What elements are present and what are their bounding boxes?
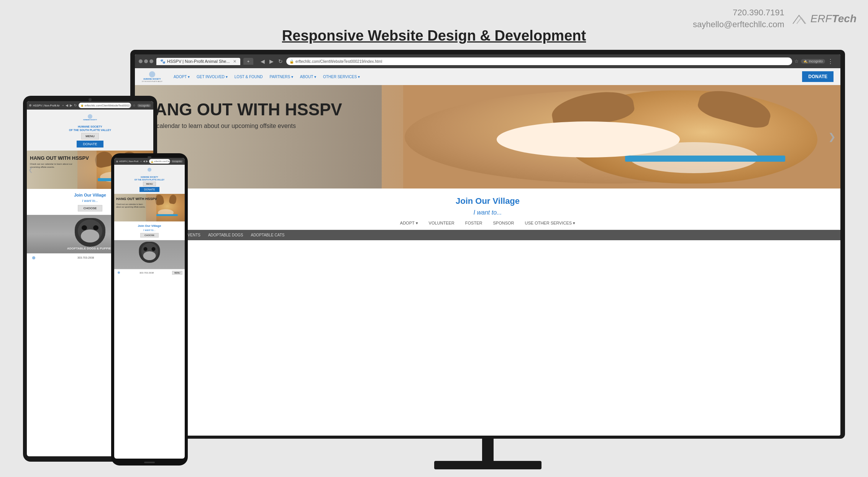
- lock-icon: 🔒: [151, 160, 153, 163]
- tablet-choose-button[interactable]: CHOOSE: [78, 205, 103, 211]
- browser-chrome: 🐾 HSSPV | Non-Profit Animal She... ✕ + ◀…: [135, 54, 840, 68]
- incognito-label: Incognito: [172, 160, 182, 162]
- phone-donate-button[interactable]: DONATE: [139, 187, 159, 192]
- phone-menu-button[interactable]: MENU: [143, 182, 156, 186]
- phone-footer-menu-button[interactable]: MENU: [172, 271, 182, 275]
- bookmark-icon[interactable]: ☆: [794, 59, 799, 64]
- incognito-label: Incognito: [809, 59, 823, 63]
- donate-button[interactable]: DONATE: [802, 71, 834, 82]
- nav-about[interactable]: ABOUT ▾: [297, 73, 319, 80]
- browser-tab-new[interactable]: +: [243, 58, 253, 65]
- phone-screen: HSSPV | Non-Profit Animal She... + ◀ ▶ 🔒…: [114, 158, 185, 459]
- lock-icon: 🔒: [80, 104, 84, 107]
- svg-text:OF THE SOUTH PLATTE VALLEY: OF THE SOUTH PLATTE VALLEY: [142, 81, 163, 82]
- tablet-tab-title: HSSPV | Non-Profit Animal She...: [33, 104, 60, 107]
- nav-get-involved[interactable]: GET INVOLVED ▾: [194, 73, 231, 80]
- window-controls: [139, 59, 153, 63]
- phone-hero: HANG OUT WITH HSSPV Check out our calend…: [114, 194, 185, 221]
- monitor-stand-neck: [482, 439, 494, 462]
- forward-button[interactable]: ▶: [268, 58, 275, 64]
- nav-lost-found[interactable]: LOST & FOUND: [231, 73, 266, 80]
- maximize-dot: [149, 59, 153, 63]
- page-title: Responsive Website Design & Development: [0, 28, 868, 44]
- nav-partners[interactable]: PARTNERS ▾: [267, 73, 296, 80]
- new-tab-plus[interactable]: +: [62, 104, 64, 107]
- tablet-address-bar[interactable]: 🔒 erftechllc.com/ClientWebsiteTest00021.…: [79, 103, 131, 108]
- tablet-site-logo: HUMANE SOCIETY HUMANE SOCIETY OF THE SOU…: [27, 110, 153, 151]
- svg-text:HUMANE SOCIETY: HUMANE SOCIETY: [143, 78, 161, 80]
- humane-society-logo: HUMANE SOCIETY OF THE SOUTH PLATTE VALLE…: [142, 70, 163, 84]
- phone-url: erftechllc.com/ClientWebsite...: [154, 160, 170, 162]
- incognito-icon: 🕵: [803, 59, 807, 63]
- back-button[interactable]: ◀: [259, 58, 266, 64]
- tablet-logo-icon: HUMANE SOCIETY: [83, 113, 97, 123]
- other-services-link[interactable]: USE OTHER SERVICES ▾: [525, 221, 575, 226]
- tablet-donate-button[interactable]: DONATE: [77, 141, 103, 148]
- tablet-menu-button[interactable]: MENU: [81, 133, 99, 139]
- site-logo: HUMANE SOCIETY OF THE SOUTH PLATTE VALLE…: [142, 70, 163, 84]
- brand-name: ERFTech: [811, 11, 857, 26]
- menu-dots-icon[interactable]: ⋮: [827, 58, 834, 65]
- phone-number: 720.390.7191: [693, 7, 784, 19]
- sponsor-link[interactable]: SPONSOR: [493, 221, 514, 226]
- phone-logo-name: HUMANE SOCIETY OF THE SOUTH PLATTE VALLE…: [116, 176, 183, 181]
- phone-tab-title: HSSPV | Non-Profit Animal She...: [119, 160, 138, 162]
- phone-dogs-section: [114, 240, 185, 269]
- close-dot: [139, 59, 143, 63]
- adopt-link[interactable]: ADOPT ▾: [400, 221, 418, 226]
- svg-point-6: [148, 168, 151, 172]
- tablet-hero-subtitle: Check out our calendar to learn about ou…: [30, 163, 80, 169]
- phone-hero-subtitle: Check out our calendar to learn about ou…: [116, 203, 147, 208]
- star-icon[interactable]: ☆: [133, 103, 136, 107]
- volunteer-link[interactable]: VOLUNTEER: [429, 221, 455, 226]
- phone-home-button[interactable]: [144, 462, 155, 463]
- iwant-text: I want to...: [135, 209, 840, 216]
- paw-icon: [31, 256, 37, 260]
- svg-point-5: [32, 256, 35, 259]
- phone-site-logo: HUMANE SOCIETY OF THE SOUTH PLATTE VALLE…: [114, 165, 185, 194]
- foster-link[interactable]: FOSTER: [465, 221, 482, 226]
- phone-choose-button[interactable]: CHOOSE: [140, 233, 159, 238]
- phone-address-bar[interactable]: 🔒 erftechllc.com/ClientWebsite...: [149, 159, 170, 164]
- phone-iwant-text: I want to...: [114, 229, 185, 231]
- address-bar[interactable]: 🔒 erftechllc.com/ClientWebsiteTest000219…: [286, 57, 792, 65]
- nav-other-services[interactable]: OTHER SERVICES ▾: [320, 73, 363, 80]
- tablet-hero-title: HANG OUT WITH HSSPV: [30, 155, 89, 161]
- site-footer: HOME DONATE EVENTS ADOPTABLE DOGS ADOPTA…: [135, 230, 840, 240]
- hero-dog-image: [382, 85, 840, 189]
- hero-banner: HANG OUT WITH HSSPV t our calendar to le…: [135, 85, 840, 189]
- url-text: erftechllc.com/ClientWebsiteTest000219/i…: [295, 59, 382, 64]
- tablet-logo-name: HUMANE SOCIETY OF THE SOUTH PLATTE VALLE…: [30, 125, 150, 132]
- fwd-btn[interactable]: ▶: [70, 103, 72, 107]
- phone-join-title: Join Our Village: [114, 224, 185, 228]
- monitor-device: 🐾 HSSPV | Non-Profit Animal She... ✕ + ◀…: [130, 50, 845, 469]
- new-tab-plus[interactable]: +: [140, 160, 142, 163]
- dog-art: [382, 85, 840, 189]
- footer-dogs[interactable]: ADOPTABLE DOGS: [208, 233, 243, 237]
- phone-frame: HSSPV | Non-Profit Animal She... + ◀ ▶ 🔒…: [111, 153, 188, 466]
- back-btn[interactable]: ◀: [66, 103, 68, 107]
- browser-tab-active[interactable]: 🐾 HSSPV | Non-Profit Animal She... ✕: [156, 58, 240, 65]
- adopt-links: ADOPT ▾ VOLUNTEER FOSTER SPONSOR USE OTH…: [135, 221, 840, 226]
- footer-cats[interactable]: ADOPTABLE CATS: [251, 233, 284, 237]
- incognito-label: Incognito: [139, 104, 149, 107]
- hero-prev-arrow[interactable]: ❮: [28, 167, 33, 173]
- svg-point-0: [149, 71, 155, 77]
- phone-footer: 303-703-2938 MENU: [114, 269, 185, 276]
- hero-next-arrow[interactable]: ❯: [828, 131, 836, 142]
- nav-adopt[interactable]: ADOPT ▾: [171, 73, 193, 80]
- tablet-url: erftechllc.com/ClientWebsiteTest00021...: [85, 104, 131, 107]
- refresh-btn[interactable]: ↻: [74, 103, 77, 107]
- back-btn[interactable]: ◀: [143, 160, 145, 163]
- site-nav: HUMANE SOCIETY OF THE SOUTH PLATTE VALLE…: [135, 68, 840, 85]
- monitor-frame: 🐾 HSSPV | Non-Profit Animal She... ✕ + ◀…: [130, 50, 845, 439]
- mountain-icon: [789, 13, 809, 25]
- svg-text:HUMANE SOCIETY: HUMANE SOCIETY: [83, 119, 97, 121]
- fwd-btn[interactable]: ▶: [146, 160, 148, 163]
- nav-links: ADOPT ▾ GET INVOLVED ▾ LOST & FOUND PART…: [171, 73, 802, 80]
- tab-favicon: 🐾: [160, 59, 166, 64]
- phone-paw-icon: [116, 271, 121, 274]
- refresh-button[interactable]: ↻: [277, 58, 284, 64]
- tablet-browser-chrome: HSSPV | Non-Profit Animal She... + ◀ ▶ ↻…: [27, 101, 153, 110]
- incognito-badge: Incognito: [137, 104, 151, 107]
